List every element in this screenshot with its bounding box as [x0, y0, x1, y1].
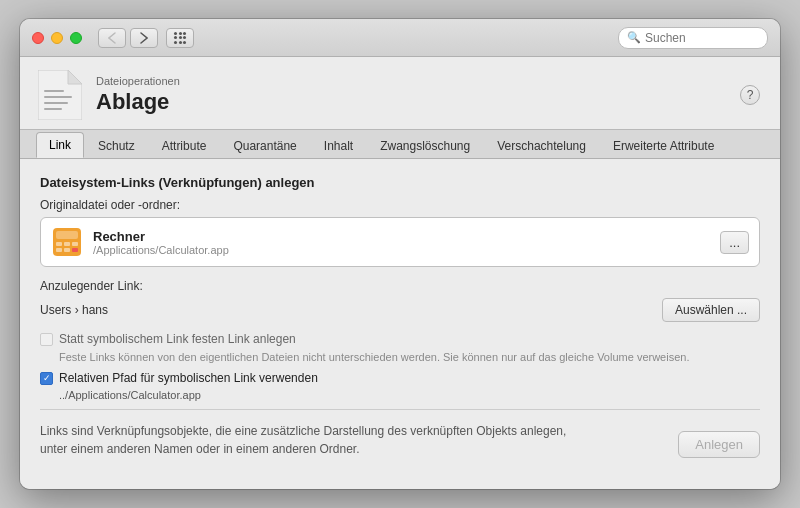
- tab-zwangsloeschung[interactable]: Zwangslöschung: [367, 133, 483, 158]
- main-window: 🔍 Dateioperationen Ablage ? Link Schutz …: [20, 19, 780, 489]
- header-title: Ablage: [96, 89, 740, 115]
- search-input[interactable]: [645, 31, 759, 45]
- app-icon: [36, 69, 84, 121]
- svg-rect-7: [56, 231, 78, 239]
- svg-rect-8: [56, 242, 62, 246]
- tab-verschachtelung[interactable]: Verschachtelung: [484, 133, 599, 158]
- relative-link-row: ✓ Relativen Pfad für symbolischen Link v…: [40, 371, 760, 385]
- tabs-bar: Link Schutz Attribute Quarantäne Inhalt …: [20, 129, 780, 159]
- original-label: Originaldatei oder -ordner:: [40, 198, 760, 212]
- fixed-link-checkbox[interactable]: [40, 333, 53, 346]
- ellipsis-button[interactable]: ...: [720, 231, 749, 254]
- close-button[interactable]: [32, 32, 44, 44]
- file-name: Rechner: [93, 229, 720, 244]
- link-row: Users › hans Auswählen ...: [40, 298, 760, 322]
- relative-link-checkbox[interactable]: ✓: [40, 372, 53, 385]
- titlebar: 🔍: [20, 19, 780, 57]
- header-section: Dateioperationen Ablage ?: [20, 57, 780, 129]
- tab-inhalt[interactable]: Inhalt: [311, 133, 366, 158]
- forward-button[interactable]: [130, 28, 158, 48]
- header-subtitle: Dateioperationen: [96, 75, 740, 87]
- checkmark-icon: ✓: [43, 374, 51, 383]
- document-icon: [38, 70, 82, 120]
- svg-rect-2: [44, 90, 64, 92]
- file-row: Rechner /Applications/Calculator.app ...: [40, 217, 760, 267]
- minimize-button[interactable]: [51, 32, 63, 44]
- choose-button[interactable]: Auswählen ...: [662, 298, 760, 322]
- svg-rect-12: [64, 248, 70, 252]
- relative-link-section: ✓ Relativen Pfad für symbolischen Link v…: [40, 371, 760, 401]
- svg-rect-4: [44, 102, 68, 104]
- fixed-link-checkbox-item: Statt symbolischem Link festen Link anle…: [40, 332, 296, 346]
- tab-erweiterte[interactable]: Erweiterte Attribute: [600, 133, 727, 158]
- link-section: Anzulegender Link: Users › hans Auswähle…: [40, 279, 760, 322]
- tab-schutz[interactable]: Schutz: [85, 133, 148, 158]
- create-button[interactable]: Anlegen: [678, 431, 760, 458]
- svg-rect-9: [64, 242, 70, 246]
- link-label: Anzulegender Link:: [40, 279, 760, 293]
- tab-attribute[interactable]: Attribute: [149, 133, 220, 158]
- grid-icon: [174, 32, 186, 44]
- maximize-button[interactable]: [70, 32, 82, 44]
- help-button[interactable]: ?: [740, 85, 760, 105]
- footer-text: Links sind Verknüpfungsobjekte, die eine…: [40, 422, 662, 458]
- svg-rect-10: [72, 242, 78, 246]
- search-icon: 🔍: [627, 31, 641, 44]
- footer-section: Links sind Verknüpfungsobjekte, die eine…: [40, 409, 760, 458]
- svg-rect-11: [56, 248, 62, 252]
- svg-rect-5: [44, 108, 62, 110]
- relative-path-text: ../Applications/Calculator.app: [59, 389, 760, 401]
- fixed-link-row: Statt symbolischem Link festen Link anle…: [40, 332, 760, 346]
- calculator-icon: [51, 226, 83, 258]
- fixed-link-label: Statt symbolischem Link festen Link anle…: [59, 332, 296, 346]
- back-button[interactable]: [98, 28, 126, 48]
- tab-quarantaene[interactable]: Quarantäne: [220, 133, 309, 158]
- content-area: Dateisystem-Links (Verknüpfungen) anlege…: [20, 159, 780, 489]
- fixed-link-subtext: Feste Links können von den eigentlichen …: [59, 350, 760, 365]
- search-box[interactable]: 🔍: [618, 27, 768, 49]
- breadcrumb-text: Users › hans: [40, 303, 662, 317]
- svg-rect-3: [44, 96, 72, 98]
- relative-link-checkbox-item: ✓ Relativen Pfad für symbolischen Link v…: [40, 371, 318, 385]
- svg-marker-1: [68, 70, 82, 84]
- header-text: Dateioperationen Ablage: [96, 75, 740, 115]
- file-info: Rechner /Applications/Calculator.app: [93, 229, 720, 256]
- svg-rect-13: [72, 248, 78, 252]
- nav-buttons: [98, 28, 158, 48]
- fixed-link-section: Statt symbolischem Link festen Link anle…: [40, 332, 760, 365]
- relative-link-label: Relativen Pfad für symbolischen Link ver…: [59, 371, 318, 385]
- section-title: Dateisystem-Links (Verknüpfungen) anlege…: [40, 175, 760, 190]
- grid-view-button[interactable]: [166, 28, 194, 48]
- tab-link[interactable]: Link: [36, 132, 84, 158]
- traffic-lights: [32, 32, 82, 44]
- file-path: /Applications/Calculator.app: [93, 244, 720, 256]
